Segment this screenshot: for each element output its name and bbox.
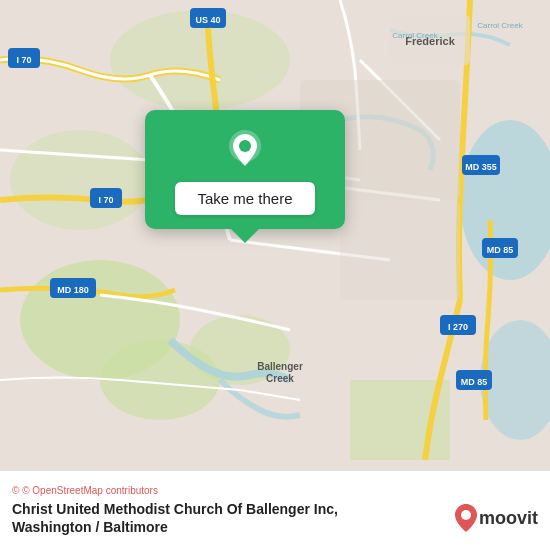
svg-text:MD 85: MD 85 bbox=[461, 377, 488, 387]
svg-point-35 bbox=[461, 510, 471, 520]
moovit-text: moovit bbox=[479, 508, 538, 529]
moovit-logo: moovit bbox=[453, 503, 538, 533]
svg-point-34 bbox=[239, 140, 251, 152]
svg-text:MD 180: MD 180 bbox=[57, 285, 89, 295]
take-me-there-button[interactable]: Take me there bbox=[175, 182, 314, 215]
svg-text:I 70: I 70 bbox=[98, 195, 113, 205]
map-container: I 70 US 40 I 70 MD 180 MD 355 MD 85 MD 8… bbox=[0, 0, 550, 470]
svg-text:Creek: Creek bbox=[266, 373, 294, 384]
svg-text:I 70: I 70 bbox=[16, 55, 31, 65]
location-subname: Washington / Baltimore bbox=[12, 519, 168, 535]
attribution-text: © OpenStreetMap contributors bbox=[22, 485, 158, 496]
svg-rect-32 bbox=[340, 200, 460, 300]
svg-text:Carrol Creek: Carrol Creek bbox=[477, 21, 523, 30]
map-attribution: © © OpenStreetMap contributors bbox=[12, 485, 538, 496]
popup-card: Take me there bbox=[145, 110, 345, 229]
location-row: Christ United Methodist Church Of Ballen… bbox=[12, 500, 538, 536]
location-name: Christ United Methodist Church Of Ballen… bbox=[12, 501, 338, 517]
svg-text:MD 85: MD 85 bbox=[487, 245, 514, 255]
location-info: Christ United Methodist Church Of Ballen… bbox=[12, 500, 443, 536]
attribution-symbol: © bbox=[12, 485, 19, 496]
bottom-bar: © © OpenStreetMap contributors Christ Un… bbox=[0, 470, 550, 550]
svg-text:I 270: I 270 bbox=[448, 322, 468, 332]
svg-text:Ballenger: Ballenger bbox=[257, 361, 303, 372]
svg-text:US 40: US 40 bbox=[195, 15, 220, 25]
map-svg: I 70 US 40 I 70 MD 180 MD 355 MD 85 MD 8… bbox=[0, 0, 550, 470]
svg-text:MD 355: MD 355 bbox=[465, 162, 497, 172]
location-pin-icon bbox=[223, 128, 267, 172]
moovit-pin-icon bbox=[453, 503, 479, 533]
svg-point-5 bbox=[10, 130, 150, 230]
svg-text:Carrol Creek: Carrol Creek bbox=[392, 31, 438, 40]
